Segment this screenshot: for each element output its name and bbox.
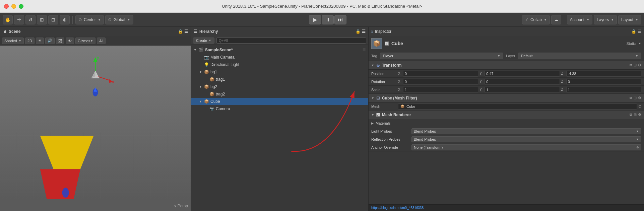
transform-tool-button[interactable]: ⊕ (60, 15, 70, 24)
mesh-filter-header[interactable]: ▼ ⊞ Cube (Mesh Filter) ⧉ ⊞ ⚙ (369, 94, 644, 102)
mesh-filter-collapse-icon: ▼ (371, 96, 374, 100)
scene-panel-title: Scene (9, 29, 20, 34)
effects-button[interactable]: 🖼 (56, 38, 64, 44)
layers-dropdown[interactable]: Layers ▼ (594, 15, 617, 24)
sz-axis-label: Z (561, 88, 565, 91)
scene-lock-icon[interactable]: 🔒 (178, 29, 183, 34)
hierarchy-item-trag1[interactable]: 📦 trag1 (191, 76, 368, 83)
layout-dropdown[interactable]: Layout ▼ (618, 15, 641, 24)
directional-light-label: Directional Light (210, 62, 239, 67)
scene-panel-icon: 🖥 (3, 29, 7, 34)
scale-x-input[interactable] (403, 87, 478, 93)
step-button[interactable]: ⏭ (334, 15, 346, 24)
transform-component-header[interactable]: ▼ ⊕ Transform ⧉ ⊞ ⚙ (369, 61, 644, 70)
collab-icon: ✓ (525, 17, 528, 22)
mesh-label: Mesh (371, 104, 398, 109)
audio-button[interactable]: 🔊 (45, 38, 55, 44)
mesh-renderer-header[interactable]: ▼ ✓ Mesh Renderer ⧉ ⊞ ⚙ (369, 111, 644, 119)
hand-tool-button[interactable]: ✋ (3, 15, 13, 24)
global-dropdown[interactable]: ⊙ Global ▼ (105, 15, 133, 24)
account-dropdown[interactable]: Account ▼ (567, 15, 592, 24)
hierarchy-lock-icon[interactable]: 🔒 (356, 29, 361, 34)
mesh-reset-button[interactable]: ⊙ (638, 104, 641, 109)
rotation-x-field: X (398, 79, 478, 85)
position-z-input[interactable] (566, 71, 641, 77)
mesh-filter-gear-icon[interactable]: ⚙ (638, 96, 641, 100)
minimize-button[interactable] (11, 4, 16, 9)
hierarchy-menu-icon[interactable]: ☰ (362, 29, 366, 34)
layer-dropdown[interactable]: Default ▼ (518, 53, 641, 59)
transform-gear-icon[interactable]: ⚙ (638, 63, 641, 67)
hierarchy-search-input[interactable] (216, 38, 366, 44)
anchor-override-label: Anchor Override (371, 145, 411, 149)
scale-tool-button[interactable]: ⊞ (37, 15, 47, 24)
mesh-filter-copy-icon[interactable]: ⧉ (630, 96, 632, 100)
play-controls: ▶ ⏸ ⏭ (309, 15, 346, 24)
static-arrow-icon[interactable]: ▼ (638, 42, 641, 45)
inspector-menu-icon[interactable]: ☰ (638, 29, 641, 34)
bg1-arrow-icon: ▼ (199, 70, 202, 74)
play-button[interactable]: ▶ (309, 15, 321, 24)
mesh-renderer-copy-icon[interactable]: ⧉ (630, 113, 632, 117)
transform-copy-icon[interactable]: ⧉ (630, 63, 632, 67)
scene-view[interactable]: y x < Persp (0, 46, 191, 211)
hierarchy-item-sample-scene[interactable]: ▼ 🎬 SampleScene* ☰ (191, 46, 368, 54)
hierarchy-item-bg1[interactable]: ▼ 📦 bg1 (191, 68, 368, 76)
y-axis-label: Y (479, 72, 484, 75)
hidden-objects-button[interactable]: 👁 (66, 38, 74, 44)
lighting-button[interactable]: ☀ (36, 38, 44, 44)
move-tool-button[interactable]: ✛ (14, 15, 24, 24)
scale-y-input[interactable] (485, 87, 560, 93)
scale-row: Scale X Y Z (369, 86, 644, 94)
inspector-lock-icon[interactable]: 🔒 (631, 29, 636, 34)
cloud-button[interactable]: ☁ (551, 15, 561, 24)
hierarchy-panel-header: ☰ Hierarchy 🔒 ☰ (191, 27, 368, 36)
materials-row[interactable]: ▶ Materials (369, 119, 644, 127)
create-button[interactable]: Create ▼ (193, 38, 214, 44)
shaded-dropdown[interactable]: Shaded ▼ (2, 38, 24, 44)
mesh-renderer-edit-icon[interactable]: ⊞ (634, 113, 637, 117)
hierarchy-item-bg2[interactable]: ▼ 📦 bg2 (191, 83, 368, 90)
mesh-renderer-active-checkbox[interactable]: ✓ (376, 113, 380, 117)
object-active-checkbox[interactable]: ✓ (385, 42, 389, 46)
position-y-input[interactable] (485, 71, 560, 77)
anchor-override-dropdown[interactable]: None (Transform) ⊙ (411, 144, 641, 150)
scene-search-button[interactable]: All (97, 38, 106, 44)
mesh-value-field[interactable]: 📦 Cube (398, 103, 637, 110)
tag-dropdown[interactable]: Player ▼ (380, 53, 503, 59)
collapse-arrow-icon: ▼ (194, 48, 197, 52)
mesh-filter-edit-icon[interactable]: ⊞ (634, 96, 637, 100)
rotation-y-input[interactable] (485, 79, 560, 85)
maximize-button[interactable] (19, 4, 23, 9)
center-dropdown[interactable]: ⊙ Center ▼ (75, 15, 104, 24)
rotation-z-input[interactable] (566, 79, 641, 85)
mesh-renderer-gear-icon[interactable]: ⚙ (638, 113, 641, 117)
scene-menu-icon[interactable]: ☰ (184, 29, 188, 34)
scale-z-input[interactable] (566, 87, 641, 93)
rotate-tool-button[interactable]: ↺ (25, 15, 36, 24)
light-probes-arrow-icon: ▼ (636, 130, 639, 133)
hierarchy-item-directional-light[interactable]: 💡 Directional Light (191, 61, 368, 68)
hierarchy-header-right: 🔒 ☰ (356, 29, 366, 34)
hierarchy-item-main-camera[interactable]: 📷 Main Camera (191, 54, 368, 61)
light-probes-dropdown[interactable]: Blend Probes ▼ (411, 128, 641, 134)
rotation-x-input[interactable] (403, 79, 478, 85)
gizmos-button[interactable]: Gizmos ▼ (75, 38, 95, 44)
close-button[interactable] (4, 4, 9, 9)
mode-2d-button[interactable]: 2D (25, 38, 35, 44)
transform-edit-icon[interactable]: ⊞ (634, 63, 637, 67)
pause-button[interactable]: ⏸ (322, 15, 334, 24)
reflection-probes-dropdown[interactable]: Blend Probes ▼ (411, 136, 641, 142)
tag-value: Player (383, 54, 393, 58)
rect-tool-button[interactable]: ⊡ (48, 15, 58, 24)
scene-menu-icon[interactable]: ☰ (363, 48, 366, 52)
url-bar: https://blog.csdn.net/m0_46316338 (369, 204, 644, 211)
hierarchy-item-cube[interactable]: ▼ 📦 Cube (191, 98, 368, 105)
center-arrow-icon: ▼ (98, 18, 101, 21)
hierarchy-item-camera[interactable]: 📷 Camera (191, 105, 368, 113)
position-x-input[interactable] (403, 71, 478, 77)
global-icon: ⊙ (108, 17, 112, 22)
hierarchy-item-trag2[interactable]: 📦 trag2 (191, 90, 368, 98)
collab-dropdown[interactable]: ✓ Collab ▼ (522, 15, 550, 24)
trag2-label: trag2 (216, 92, 225, 96)
